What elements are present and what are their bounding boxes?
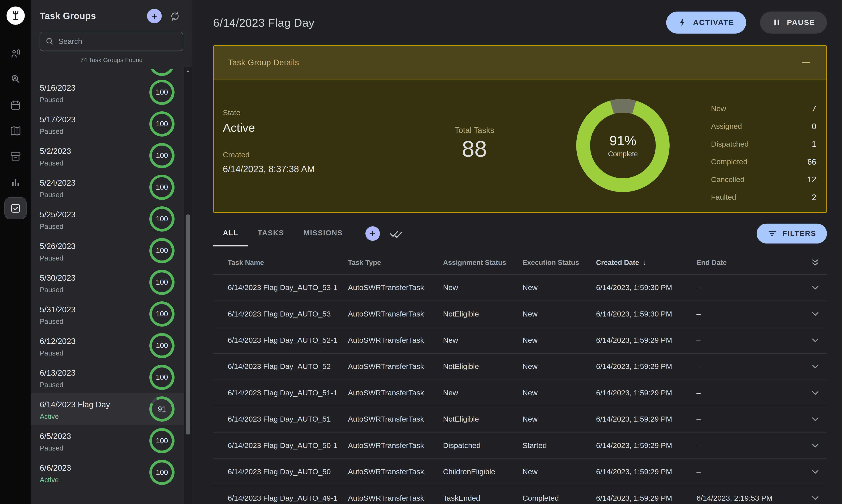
task-group-item[interactable]: 5/30/2023Paused 100 <box>31 266 184 298</box>
table-row[interactable]: 6/14/2023 Flag Day_AUTO_53-1 AutoSWRTran… <box>213 274 827 301</box>
row-chevron-icon[interactable] <box>803 380 827 406</box>
search-box <box>40 32 183 51</box>
table-row[interactable]: 6/14/2023 Flag Day_AUTO_52-1 AutoSWRTran… <box>213 327 827 353</box>
col-end-date[interactable]: End Date <box>696 258 803 267</box>
icon-rail <box>0 0 31 504</box>
tab-missions[interactable]: MISSIONS <box>294 221 353 247</box>
tasks-check-icon[interactable] <box>5 198 26 219</box>
cell-task-type: AutoSWRTransferTask <box>348 389 443 397</box>
sidebar-title: Task Groups <box>40 11 142 21</box>
tab-tasks[interactable]: TASKS <box>248 221 294 247</box>
table-row[interactable]: 6/14/2023 Flag Day_AUTO_52 AutoSWRTransf… <box>213 353 827 379</box>
activate-button[interactable]: ACTIVATE <box>666 12 746 34</box>
progress-donut-chart: 91% Complete <box>576 99 669 192</box>
main-header: 6/14/2023 Flag Day ACTIVATE PAUSE <box>213 0 827 45</box>
row-chevron-icon[interactable] <box>803 432 827 458</box>
map-icon[interactable] <box>5 120 26 142</box>
task-group-item[interactable]: 5/31/2023Paused 100 <box>31 298 184 330</box>
tab-all[interactable]: ALL <box>213 221 248 247</box>
cell-task-name: 6/14/2023 Flag Day_AUTO_53-1 <box>228 283 348 292</box>
task-group-item[interactable]: 6/12/2023Paused 100 <box>31 330 184 361</box>
progress-ring: 100 <box>149 301 175 327</box>
main-content: 6/14/2023 Flag Day ACTIVATE PAUSE Task G… <box>192 0 842 504</box>
progress-ring <box>149 69 175 76</box>
col-created-date[interactable]: Created Date↓ <box>596 258 697 267</box>
cell-task-type: AutoSWRTransferTask <box>348 468 443 476</box>
total-tasks-label: Total Tasks <box>414 126 535 135</box>
add-task-group-button[interactable]: + <box>147 9 162 23</box>
row-chevron-icon[interactable] <box>803 354 827 379</box>
total-tasks-value: 88 <box>414 136 535 162</box>
task-group-item[interactable]: 5/25/2023Paused 100 <box>31 203 184 235</box>
cell-task-type: AutoSWRTransferTask <box>348 441 443 450</box>
task-group-item[interactable]: 6/13/2023Paused 100 <box>31 361 184 393</box>
task-group-item[interactable]: 6/6/2023Active 100 <box>31 456 184 488</box>
scroll-up-icon[interactable]: ▲ <box>184 67 192 73</box>
progress-ring: 100 <box>149 270 175 295</box>
cell-execution-status: New <box>522 362 596 371</box>
double-check-icon[interactable] <box>388 225 405 242</box>
row-chevron-icon[interactable] <box>803 485 827 504</box>
minimize-icon[interactable] <box>800 57 812 68</box>
row-chevron-icon[interactable] <box>803 406 827 432</box>
table-row[interactable]: 6/14/2023 Flag Day_AUTO_51-1 AutoSWRTran… <box>213 380 827 406</box>
row-chevron-icon[interactable] <box>803 301 827 327</box>
cell-assignment-status: New <box>443 389 522 397</box>
col-assignment-status[interactable]: Assignment Status <box>443 258 522 267</box>
cell-end-date: – <box>696 415 803 424</box>
search-icon <box>46 37 54 46</box>
task-group-item[interactable]: 5/26/2023Paused 100 <box>31 235 184 266</box>
filters-button[interactable]: FILTERS <box>757 223 827 244</box>
calendar-icon[interactable] <box>5 95 26 116</box>
chart-icon[interactable] <box>5 172 26 193</box>
lightning-icon <box>678 18 687 27</box>
cell-task-name: 6/14/2023 Flag Day_AUTO_52 <box>228 362 348 371</box>
auto-refresh-icon[interactable] <box>167 8 183 24</box>
task-group-item-partial <box>31 69 184 76</box>
state-block: State Active Created 6/14/2023, 8:37:38 … <box>214 79 414 212</box>
task-group-item[interactable]: 5/24/2023Paused 100 <box>31 172 184 203</box>
table-row[interactable]: 6/14/2023 Flag Day_AUTO_51 AutoSWRTransf… <box>213 406 827 432</box>
cell-created-date: 6/14/2023, 1:59:29 PM <box>596 336 697 345</box>
cell-assignment-status: NotEligible <box>443 362 522 371</box>
archive-icon[interactable] <box>5 146 26 167</box>
cell-end-date: – <box>696 389 803 397</box>
table-row[interactable]: 6/14/2023 Flag Day_AUTO_53 AutoSWRTransf… <box>213 301 827 327</box>
cell-task-name: 6/14/2023 Flag Day_AUTO_50-1 <box>228 441 348 450</box>
row-chevron-icon[interactable] <box>803 275 827 301</box>
table-row[interactable]: 6/14/2023 Flag Day_AUTO_49-1 AutoSWRTran… <box>213 485 827 504</box>
stat-row: Cancelled12 <box>711 171 817 188</box>
progress-ring: 100 <box>149 333 175 358</box>
task-group-item-selected[interactable]: 6/14/2023 Flag DayActive 91 <box>31 393 184 425</box>
task-group-item[interactable]: 5/16/2023Paused 100 <box>31 76 184 108</box>
user-search-icon[interactable] <box>5 69 26 90</box>
cell-end-date: – <box>696 441 803 450</box>
task-group-item[interactable]: 5/17/2023Paused 100 <box>31 108 184 140</box>
cell-task-name: 6/14/2023 Flag Day_AUTO_51-1 <box>228 389 348 397</box>
search-input[interactable] <box>58 37 177 46</box>
state-label: State <box>223 108 414 117</box>
sidebar-scrollbar[interactable]: ▲ <box>184 67 192 504</box>
person-signal-icon[interactable] <box>5 43 26 65</box>
col-task-name[interactable]: Task Name <box>228 258 348 267</box>
pause-button[interactable]: PAUSE <box>760 12 827 34</box>
cell-end-date: – <box>696 468 803 476</box>
task-group-item[interactable]: 6/5/2023Paused 100 <box>31 425 184 456</box>
task-group-item[interactable]: 5/2/2023Paused 100 <box>31 140 184 172</box>
table-row[interactable]: 6/14/2023 Flag Day_AUTO_50-1 AutoSWRTran… <box>213 432 827 458</box>
row-chevron-icon[interactable] <box>803 327 827 353</box>
progress-ring: 100 <box>149 238 175 263</box>
cell-task-type: AutoSWRTransferTask <box>348 283 443 292</box>
app-logo <box>6 6 25 25</box>
col-execution-status[interactable]: Execution Status <box>522 258 596 267</box>
table-row[interactable]: 6/14/2023 Flag Day_AUTO_50 AutoSWRTransf… <box>213 458 827 485</box>
add-task-button[interactable]: + <box>365 226 380 241</box>
cell-created-date: 6/14/2023, 1:59:29 PM <box>596 494 697 503</box>
expand-all-icon[interactable] <box>803 257 827 268</box>
sort-desc-icon[interactable]: ↓ <box>643 258 647 267</box>
cell-task-name: 6/14/2023 Flag Day_AUTO_52-1 <box>228 336 348 345</box>
scrollbar-thumb[interactable] <box>186 214 190 435</box>
row-chevron-icon[interactable] <box>803 459 827 485</box>
task-groups-sidebar: Task Groups + 74 Task Groups Found 5/16/… <box>31 0 192 504</box>
col-task-type[interactable]: Task Type <box>348 258 443 267</box>
